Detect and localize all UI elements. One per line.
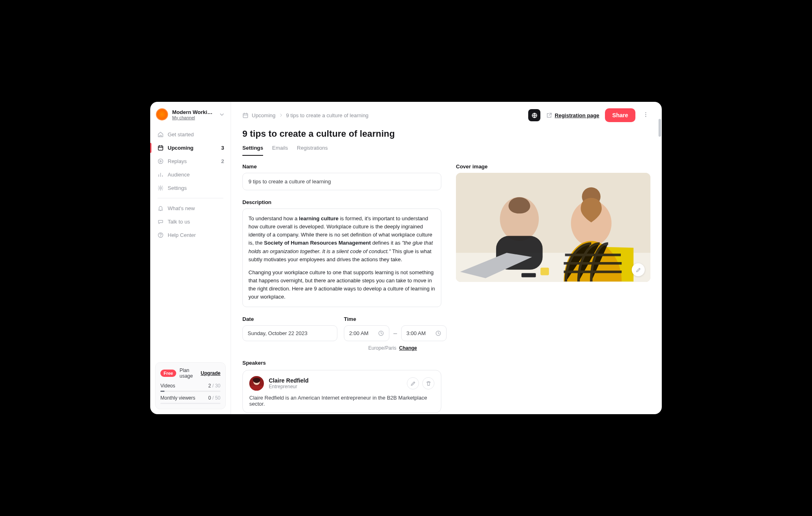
breadcrumb-current: 9 tips to create a culture of learning [286, 112, 369, 118]
cover-image [456, 173, 650, 282]
nav-audience[interactable]: Audience [150, 168, 231, 181]
nav-label: Upcoming [168, 145, 194, 151]
nav-label: Replays [168, 158, 187, 164]
nav-get-started[interactable]: Get started [150, 128, 231, 141]
page-title: 9 tips to create a culture of learning [242, 129, 650, 139]
description-label: Description [242, 199, 441, 205]
nav-whats-new[interactable]: What's new [150, 202, 231, 215]
nav-divider [158, 198, 223, 198]
svg-point-8 [645, 116, 646, 117]
channel-switcher[interactable]: Modern Working … My channel [150, 102, 231, 126]
nav-label: Talk to us [168, 219, 190, 225]
speaker-role: Entrepreneur [269, 384, 309, 389]
tab-registrations[interactable]: Registrations [297, 145, 328, 156]
name-input[interactable] [242, 173, 441, 190]
channel-avatar [156, 108, 168, 120]
videos-label: Videos [160, 383, 175, 389]
description-editor[interactable]: To understand how a learning culture is … [242, 209, 441, 307]
speaker-description: Claire Redfield is an American Internet … [249, 395, 434, 407]
timezone-value: Europe/Paris [368, 345, 396, 351]
topbar: Upcoming 9 tips to create a culture of l… [231, 102, 662, 126]
primary-nav: Get started Upcoming 3 Replays 2 Audienc… [150, 126, 231, 246]
nav-settings[interactable]: Settings [150, 181, 231, 195]
globe-icon [531, 112, 538, 118]
viewers-value: 0 [208, 395, 211, 401]
home-icon [158, 131, 164, 138]
external-link-icon [546, 112, 552, 118]
nav-count: 2 [221, 158, 224, 164]
chevron-down-icon [219, 112, 225, 118]
speaker-card: Claire Redfield Entrepreneur [242, 370, 441, 413]
window-scrollbar-thumb[interactable] [659, 119, 661, 137]
speaker-delete-button[interactable] [422, 377, 434, 389]
pencil-icon [635, 267, 641, 273]
sidebar: Modern Working … My channel Get started … [150, 102, 231, 414]
plan-usage-card: Free Plan usage Upgrade Videos 2 / 30 Mo… [155, 362, 226, 409]
svg-rect-0 [158, 146, 163, 150]
svg-point-6 [645, 112, 646, 113]
videos-limit: / 30 [212, 383, 220, 389]
time-end-picker[interactable]: 3:00 AM [401, 325, 447, 341]
gear-icon [158, 185, 164, 191]
viewers-label: Monthly viewers [160, 395, 195, 401]
svg-point-1 [158, 159, 163, 164]
trash-icon [425, 381, 432, 387]
bell-icon [158, 205, 164, 211]
calendar-icon [158, 145, 164, 151]
nav-help-center[interactable]: Help Center [150, 228, 231, 242]
channel-sublabel[interactable]: My channel [172, 115, 215, 120]
pencil-icon [410, 381, 416, 387]
timezone-change-link[interactable]: Change [399, 345, 417, 351]
time-start-value: 2:00 AM [349, 330, 369, 336]
speaker-name: Claire Redfield [269, 377, 309, 384]
videos-value: 2 [208, 383, 211, 389]
more-actions-button[interactable] [641, 110, 650, 121]
svg-rect-23 [540, 268, 549, 275]
bars-icon [158, 172, 164, 178]
plan-tier-badge: Free [160, 370, 176, 377]
registration-page-link[interactable]: Registration page [546, 112, 599, 118]
channel-name: Modern Working … [172, 109, 215, 115]
nav-upcoming[interactable]: Upcoming 3 [150, 141, 231, 155]
nav-label: What's new [168, 205, 195, 211]
date-value: Sunday, October 22 2023 [248, 330, 307, 336]
time-start-picker[interactable]: 2:00 AM [344, 325, 389, 341]
videos-progress [160, 391, 220, 392]
play-circle-icon [158, 158, 164, 164]
registration-page-label: Registration page [555, 112, 599, 118]
nav-label: Audience [168, 172, 190, 178]
date-picker[interactable]: Sunday, October 22 2023 [242, 325, 337, 341]
speaker-edit-button[interactable] [407, 377, 419, 389]
breadcrumb: Upcoming 9 tips to create a culture of l… [242, 112, 369, 118]
tab-settings[interactable]: Settings [242, 145, 263, 156]
nav-label: Help Center [168, 232, 196, 238]
chevron-right-icon [279, 113, 283, 117]
svg-rect-4 [243, 113, 248, 117]
time-end-value: 3:00 AM [406, 330, 426, 336]
nav-label: Settings [168, 185, 187, 191]
svg-point-2 [160, 187, 161, 189]
breadcrumb-root[interactable]: Upcoming [252, 112, 276, 118]
clock-icon [435, 330, 441, 336]
help-icon [158, 232, 164, 238]
viewers-limit: / 50 [212, 395, 220, 401]
kebab-icon [643, 112, 649, 118]
svg-rect-13 [249, 386, 264, 391]
nav-talk-to-us[interactable]: Talk to us [150, 215, 231, 228]
visibility-button[interactable] [528, 109, 540, 121]
cover-image-container [456, 173, 650, 282]
upgrade-link[interactable]: Upgrade [201, 370, 220, 376]
date-label: Date [242, 316, 337, 322]
nav-count: 3 [221, 145, 224, 151]
tab-emails[interactable]: Emails [272, 145, 288, 156]
speakers-label: Speakers [242, 360, 441, 366]
svg-rect-24 [521, 273, 536, 277]
name-label: Name [242, 163, 441, 170]
calendar-icon [242, 112, 248, 118]
tabs: Settings Emails Registrations [242, 145, 650, 156]
time-label: Time [344, 316, 441, 322]
share-button[interactable]: Share [605, 108, 635, 122]
nav-replays[interactable]: Replays 2 [150, 155, 231, 168]
main-content: Upcoming 9 tips to create a culture of l… [231, 102, 662, 414]
clock-icon [378, 330, 384, 336]
